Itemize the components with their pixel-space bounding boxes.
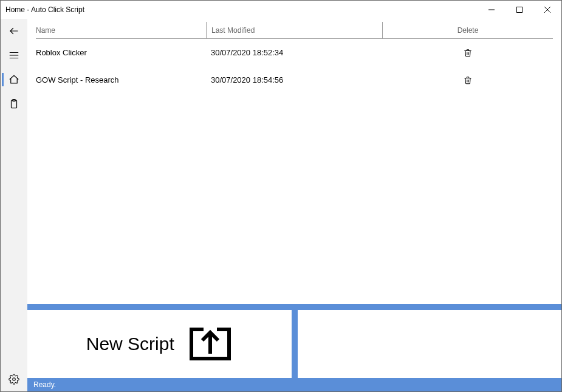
col-header-name[interactable]: Name [36, 26, 206, 35]
table-header: Name Last Modified Delete [36, 22, 553, 39]
sidebar [1, 19, 27, 391]
svg-rect-1 [517, 7, 523, 13]
nav-home[interactable] [1, 67, 27, 92]
table-row[interactable]: Roblox Clicker30/07/2020 18:52:34 [36, 39, 553, 66]
cell-delete [382, 49, 553, 57]
status-text: Ready. [33, 380, 56, 389]
main-area: Name Last Modified Delete Roblox Clicker… [27, 19, 561, 391]
cell-name: GOW Script - Research [36, 75, 206, 84]
trash-icon [464, 76, 472, 84]
cell-name: Roblox Clicker [36, 48, 206, 57]
menu-button[interactable] [1, 43, 27, 67]
import-script-card-wrap [298, 304, 562, 378]
delete-button[interactable] [464, 49, 472, 57]
window-title: Home - Auto Click Script [1, 5, 478, 14]
home-icon [9, 74, 19, 85]
new-script-icon [188, 326, 233, 362]
card-divider [292, 304, 298, 378]
table-row[interactable]: GOW Script - Research30/07/2020 18:54:56 [36, 66, 553, 94]
app-body: Name Last Modified Delete Roblox Clicker… [1, 19, 561, 391]
cell-delete [382, 76, 553, 84]
table-body: Roblox Clicker30/07/2020 18:52:34GOW Scr… [36, 39, 553, 94]
minimize-icon [488, 7, 495, 13]
close-icon [544, 7, 550, 13]
minimize-button[interactable] [478, 1, 505, 19]
nav-scripts[interactable] [1, 92, 27, 116]
col-header-modified[interactable]: Last Modified [206, 22, 382, 38]
col-header-delete: Delete [382, 22, 553, 38]
new-script-label: New Script [86, 334, 174, 354]
hamburger-icon [9, 50, 19, 61]
trash-icon [464, 49, 472, 57]
maximize-icon [516, 7, 523, 13]
nav-settings[interactable] [1, 367, 27, 391]
close-button[interactable] [533, 1, 561, 19]
back-button[interactable] [1, 19, 27, 43]
clipboard-icon [9, 98, 19, 109]
import-script-card[interactable] [298, 310, 562, 378]
cell-modified: 30/07/2020 18:54:56 [206, 75, 382, 84]
svg-point-10 [13, 378, 16, 381]
new-script-card[interactable]: New Script [27, 310, 292, 378]
window-controls [478, 1, 561, 19]
delete-button[interactable] [464, 76, 472, 84]
scripts-table: Name Last Modified Delete Roblox Clicker… [27, 19, 561, 304]
cell-modified: 30/07/2020 18:52:34 [206, 48, 382, 57]
title-bar: Home - Auto Click Script [1, 1, 561, 19]
gear-icon [9, 374, 19, 385]
bottom-strip: New Script [27, 304, 561, 378]
maximize-button[interactable] [505, 1, 533, 19]
status-bar: Ready. [27, 378, 561, 391]
card-accent [27, 304, 292, 310]
app-window: Home - Auto Click Script [0, 0, 562, 392]
arrow-left-icon [9, 26, 19, 36]
new-script-card-wrap: New Script [27, 304, 292, 378]
card-accent [298, 304, 562, 310]
